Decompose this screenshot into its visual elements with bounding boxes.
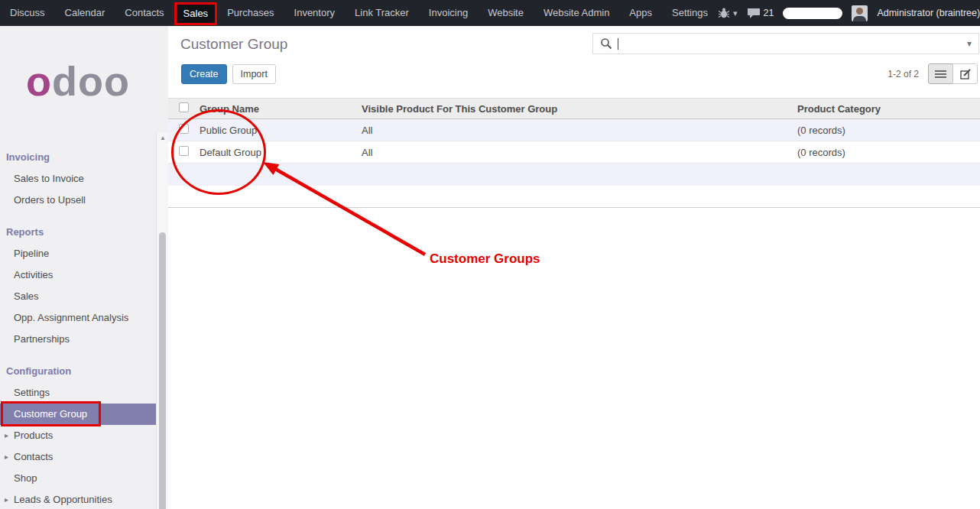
sidebar-item-pipeline[interactable]: Pipeline (0, 243, 156, 264)
top-menu-link-tracker[interactable]: Link Tracker (345, 0, 419, 26)
table-row[interactable]: Default Group All (0 records) (168, 141, 980, 164)
sidebar-section-invoicing: Invoicing (0, 147, 156, 168)
sidebar-item-orders-to-upsell[interactable]: Orders to Upsell (0, 190, 156, 211)
pager: 1-2 of 2 (888, 69, 919, 79)
sidebar-item-shop[interactable]: Shop (0, 468, 156, 489)
top-menu-website-admin[interactable]: Website Admin (534, 0, 619, 26)
top-navbar: Discuss Calendar Contacts Sales Purchase… (0, 0, 980, 26)
row-select-cell (168, 124, 196, 136)
top-menu-list: Discuss Calendar Contacts Sales Purchase… (0, 0, 718, 26)
top-menu-inventory[interactable]: Inventory (284, 0, 345, 26)
top-menu-calendar[interactable]: Calendar (55, 0, 115, 26)
top-menu-sales[interactable]: Sales (174, 2, 218, 25)
systray: ▾ 21 Administrator (braintree) (718, 5, 980, 21)
messages-menu[interactable]: 21 (747, 8, 774, 19)
top-menu-contacts[interactable]: Contacts (115, 0, 174, 26)
search-input[interactable] (620, 35, 967, 52)
select-all-checkbox[interactable] (179, 102, 189, 112)
column-header-visible-product[interactable]: Visible Product For This Customer Group (358, 103, 793, 115)
sidebar-item-label: Shop (14, 472, 37, 484)
row-select-cell (168, 146, 196, 158)
view-switcher (928, 63, 978, 84)
expand-icon: ▸ (5, 425, 8, 446)
button-row: Create Import (181, 64, 276, 84)
sidebar-item-label: Settings (14, 387, 50, 398)
sidebar-item-sales-to-invoice[interactable]: Sales to Invoice (0, 168, 156, 190)
cell-visible-product: All (358, 125, 793, 136)
top-menu-settings[interactable]: Settings (662, 0, 718, 26)
empty-row (168, 186, 980, 208)
sidebar-item-contacts[interactable]: ▸Contacts (0, 446, 156, 468)
sidebar-item-label: Activities (14, 269, 53, 280)
row-checkbox[interactable] (179, 124, 189, 134)
sidebar-item-label: Customer Group (14, 408, 87, 420)
debug-menu[interactable]: ▾ (718, 8, 738, 18)
sidebar-item-partnerships[interactable]: Partnerships (0, 329, 156, 350)
sidebar-item-label: Partnerships (14, 333, 70, 345)
logo-letters: doo (52, 57, 130, 105)
top-menu-invoicing[interactable]: Invoicing (419, 0, 478, 26)
list-icon (935, 70, 946, 79)
cell-visible-product: All (358, 147, 793, 158)
sidebar-item-leads-opportunities[interactable]: ▸Leads & Opportunities (0, 489, 156, 509)
import-button[interactable]: Import (232, 64, 276, 84)
edit-icon (960, 69, 971, 79)
page-title: Customer Group (180, 36, 287, 53)
chat-bubble-icon (747, 8, 761, 19)
chevron-down-icon: ▾ (733, 9, 738, 18)
scroll-up-icon[interactable]: ▲ (160, 135, 166, 141)
search-icon (600, 37, 612, 50)
sidebar-scrollbar: ▲ (156, 133, 168, 509)
main-content: Customer Group ▾ Create Import 1-2 of 2 (168, 26, 980, 509)
progress-pill[interactable] (783, 8, 842, 19)
sidebar-item-label: Pipeline (14, 248, 49, 259)
sidebar-item-sales[interactable]: Sales (0, 286, 156, 307)
table-row[interactable]: Public Group All (0 records) (168, 119, 980, 141)
sidebar-item-products[interactable]: ▸Products (0, 425, 156, 446)
search-bar[interactable]: ▾ (592, 33, 979, 54)
sidebar-item-customer-group[interactable]: Customer Group (0, 404, 156, 425)
row-checkbox[interactable] (179, 146, 189, 156)
sidebar-section-configuration: Configuration (0, 361, 156, 382)
sidebar-item-label: Leads & Opportunities (14, 494, 112, 505)
top-menu-apps[interactable]: Apps (619, 0, 662, 26)
cell-product-category: (0 records) (793, 147, 980, 158)
sidebar-menu: Invoicing Sales to Invoice Orders to Ups… (0, 147, 156, 509)
cell-group-name: Public Group (196, 125, 358, 136)
top-menu-discuss[interactable]: Discuss (0, 0, 55, 26)
column-header-product-category[interactable]: Product Category (793, 103, 980, 115)
empty-row (168, 164, 980, 186)
avatar[interactable] (852, 5, 868, 21)
text-cursor (618, 38, 618, 50)
cell-group-name: Default Group (196, 147, 358, 158)
search-dropdown-icon[interactable]: ▾ (967, 38, 972, 49)
sidebar-item-settings[interactable]: Settings (0, 382, 156, 404)
sidebar-item-label: Sales to Invoice (14, 173, 84, 184)
sidebar-item-activities[interactable]: Activities (0, 264, 156, 286)
form-view-button[interactable] (952, 63, 978, 84)
sidebar: odoo Invoicing Sales to Invoice Orders t… (0, 26, 168, 509)
scrollbar-thumb[interactable] (159, 232, 166, 509)
sidebar-item-label: Opp. Assignment Analysis (14, 312, 128, 323)
logo-letter-accent: o (26, 57, 52, 105)
top-menu-purchases[interactable]: Purchases (217, 0, 284, 26)
sidebar-section-reports: Reports (0, 222, 156, 243)
create-button[interactable]: Create (181, 64, 227, 84)
table-header-row: Group Name Visible Product For This Cust… (168, 98, 980, 119)
sidebar-item-label: Orders to Upsell (14, 194, 86, 206)
odoo-logo: odoo (0, 26, 156, 136)
sidebar-item-label: Sales (14, 290, 39, 302)
message-count: 21 (764, 8, 774, 18)
top-menu-website[interactable]: Website (478, 0, 534, 26)
select-all-cell (168, 102, 196, 115)
expand-icon: ▸ (5, 446, 8, 468)
list-view-button[interactable] (928, 63, 953, 84)
column-header-group-name[interactable]: Group Name (196, 103, 358, 115)
cell-product-category: (0 records) (793, 125, 980, 136)
sidebar-item-label: Contacts (14, 451, 53, 462)
user-menu[interactable]: Administrator (braintree) (877, 8, 980, 18)
sidebar-item-label: Products (14, 430, 53, 441)
expand-icon: ▸ (5, 489, 8, 509)
customer-group-table: Group Name Visible Product For This Cust… (168, 98, 980, 208)
sidebar-item-opp-assignment-analysis[interactable]: Opp. Assignment Analysis (0, 307, 156, 329)
